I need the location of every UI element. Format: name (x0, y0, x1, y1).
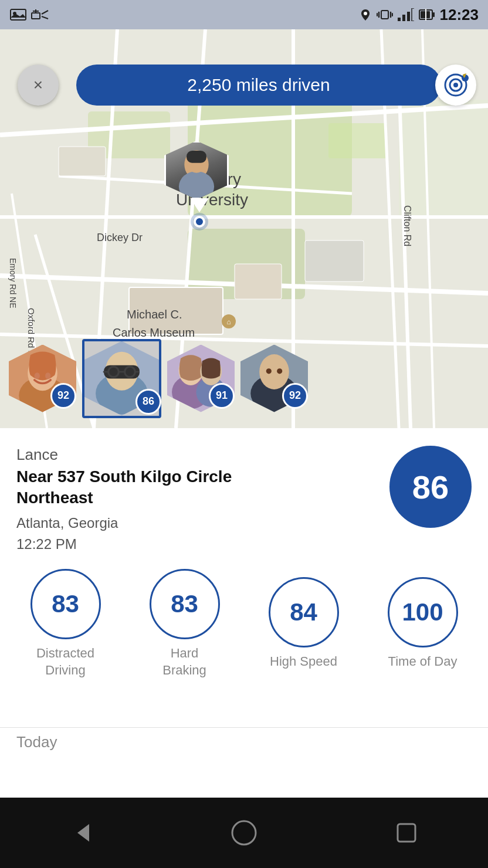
satellite-icon (30, 8, 49, 21)
score-badge-1: 92 (50, 383, 76, 409)
back-icon (67, 818, 96, 847)
info-section: Lance Near 537 South Kilgo CircleNorthea… (0, 428, 488, 567)
svg-point-77 (262, 356, 286, 380)
avatar-3[interactable]: 91 (167, 345, 235, 412)
metric-circle-timeofday: 100 (388, 577, 458, 647)
divider (0, 727, 488, 728)
svg-point-81 (232, 821, 256, 845)
svg-point-59 (45, 372, 50, 379)
svg-rect-15 (407, 12, 410, 21)
back-button[interactable] (67, 818, 96, 847)
svg-rect-82 (398, 824, 415, 842)
location-icon (359, 8, 372, 21)
svg-point-58 (35, 372, 40, 379)
home-button[interactable] (229, 818, 259, 847)
svg-rect-41 (235, 264, 282, 299)
metrics-row: 83 DistractedDriving 83 HardBraking 84 H… (0, 557, 488, 690)
metric-timeofday: 100 Time of Day (388, 577, 458, 670)
svg-rect-2 (32, 13, 40, 19)
driver-score: 86 (389, 446, 472, 528)
svg-point-47 (179, 171, 214, 198)
score-badge-4: 92 (282, 383, 308, 409)
metric-circle-braking: 83 (150, 569, 220, 639)
user-marker (164, 141, 235, 211)
metric-distracted: 83 DistractedDriving (30, 569, 101, 679)
metric-label-distracted: DistractedDriving (36, 645, 94, 679)
svg-text:⌂: ⌂ (226, 318, 231, 326)
driver-location: Atlanta, Georgia 12:22 PM (16, 513, 472, 555)
target-button[interactable] (435, 65, 476, 106)
metric-label-speed: High Speed (270, 653, 337, 670)
score-badge-3: 91 (209, 383, 235, 409)
status-left (9, 8, 49, 21)
svg-line-6 (42, 16, 48, 19)
home-icon (229, 818, 259, 847)
svg-rect-13 (398, 18, 401, 21)
metric-speed: 84 High Speed (269, 577, 339, 670)
svg-line-5 (42, 11, 48, 14)
miles-text: 2,250 miles driven (187, 75, 330, 95)
svg-rect-40 (129, 287, 223, 334)
metric-label-timeofday: Time of Day (388, 653, 458, 670)
svg-rect-26 (399, 100, 488, 217)
battery-icon (419, 8, 435, 21)
vibrate-icon (377, 8, 393, 21)
avatar-row: 92 86 (0, 328, 488, 428)
today-section: Today (16, 733, 57, 751)
svg-point-79 (277, 368, 282, 374)
svg-rect-14 (402, 15, 405, 21)
close-button[interactable]: × (18, 65, 59, 106)
svg-rect-42 (305, 240, 364, 282)
metric-circle-speed: 84 (269, 577, 339, 647)
svg-point-78 (266, 368, 272, 374)
svg-rect-0 (11, 9, 26, 20)
status-bar: 12:23 (0, 0, 488, 29)
status-right: 12:23 (359, 6, 479, 24)
recents-button[interactable] (392, 818, 421, 847)
svg-rect-25 (328, 123, 387, 158)
svg-rect-49 (187, 151, 206, 163)
signal-icon (398, 8, 414, 21)
svg-rect-8 (381, 11, 388, 19)
clock: 12:23 (440, 6, 479, 24)
metric-circle-distracted: 83 (30, 569, 101, 639)
metric-braking: 83 HardBraking (150, 569, 220, 679)
svg-point-7 (364, 12, 367, 15)
target-icon (443, 72, 469, 98)
avatar-4[interactable]: 92 (240, 345, 308, 412)
svg-rect-43 (59, 147, 106, 176)
gallery-icon (9, 8, 27, 21)
avatar-1[interactable]: 92 (9, 345, 76, 412)
svg-marker-80 (77, 824, 89, 842)
map-area[interactable]: ⌂ Emory University Dickey Dr Clifton Rd … (0, 29, 488, 428)
svg-rect-16 (412, 8, 414, 21)
svg-rect-18 (433, 12, 435, 17)
avatar-2[interactable]: 86 (82, 339, 161, 418)
recents-icon (392, 818, 421, 847)
miles-pill: 2,250 miles driven (76, 65, 441, 106)
score-badge-2: 86 (135, 389, 161, 415)
bottom-nav (0, 798, 488, 868)
metric-label-braking: HardBraking (162, 645, 206, 679)
svg-point-52 (453, 83, 458, 87)
